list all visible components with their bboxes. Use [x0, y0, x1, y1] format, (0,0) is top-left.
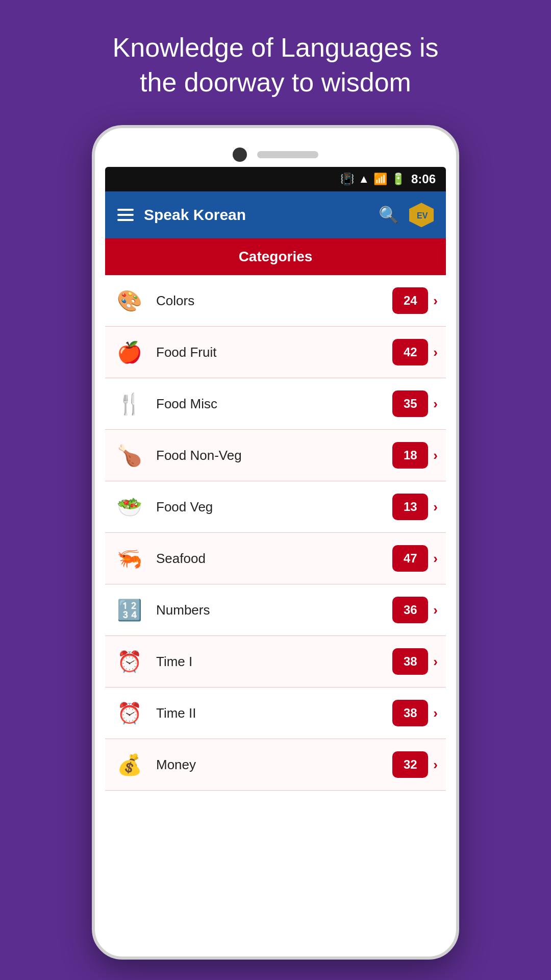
category-count-colors: 24	[392, 287, 428, 314]
category-name-numbers: Numbers	[156, 602, 392, 618]
category-item-food-non-veg[interactable]: 🍗 Food Non-Veg 18 ›	[105, 430, 446, 481]
hamburger-menu-button[interactable]	[117, 209, 134, 221]
category-item-food-fruit[interactable]: 🍎 Food Fruit 42 ›	[105, 327, 446, 378]
category-icon-food-fruit: 🍎	[113, 336, 146, 369]
category-name-seafood: Seafood	[156, 551, 392, 567]
chevron-right-icon-numbers: ›	[433, 602, 438, 618]
category-icon-seafood: 🦐	[113, 542, 146, 575]
search-button[interactable]: 🔍	[379, 205, 399, 225]
category-name-food-veg: Food Veg	[156, 499, 392, 515]
chevron-right-icon-time-i: ›	[433, 654, 438, 670]
svg-text:EV: EV	[417, 211, 428, 220]
chevron-right-icon-colors: ›	[433, 293, 438, 309]
category-icon-time-i: ⏰	[113, 645, 146, 678]
wifi-icon: ▲	[358, 173, 369, 186]
category-count-time-ii: 38	[392, 700, 428, 726]
chevron-right-icon-food-veg: ›	[433, 499, 438, 515]
status-icons: 📳 ▲ 📶 🔋	[340, 173, 405, 186]
toolbar-left: Speak Korean	[117, 206, 246, 224]
app-toolbar: Speak Korean 🔍 EV	[105, 191, 446, 238]
status-bar: 📳 ▲ 📶 🔋 8:06	[105, 167, 446, 191]
category-name-food-fruit: Food Fruit	[156, 345, 392, 360]
camera	[233, 148, 247, 162]
category-name-time-i: Time I	[156, 654, 392, 670]
battery-icon: 🔋	[391, 173, 405, 186]
category-item-seafood[interactable]: 🦐 Seafood 47 ›	[105, 533, 446, 584]
category-icon-food-non-veg: 🍗	[113, 439, 146, 472]
category-count-seafood: 47	[392, 545, 428, 572]
category-count-food-misc: 35	[392, 390, 428, 417]
categories-header-bar: Categories	[105, 238, 446, 275]
categories-list: 🎨 Colors 24 › 🍎 Food Fruit 42 › 🍴 Food M…	[105, 275, 446, 946]
app-title: Speak Korean	[144, 206, 246, 224]
category-item-food-veg[interactable]: 🥗 Food Veg 13 ›	[105, 481, 446, 533]
chevron-right-icon-seafood: ›	[433, 551, 438, 567]
category-name-time-ii: Time II	[156, 705, 392, 721]
category-icon-time-ii: ⏰	[113, 697, 146, 729]
category-item-numbers[interactable]: 🔢 Numbers 36 ›	[105, 584, 446, 636]
chevron-right-icon-time-ii: ›	[433, 705, 438, 721]
category-count-food-fruit: 42	[392, 339, 428, 365]
category-count-food-non-veg: 18	[392, 442, 428, 469]
category-icon-colors: 🎨	[113, 284, 146, 317]
signal-icon: 📶	[373, 173, 387, 186]
status-time: 8:06	[411, 172, 436, 186]
category-name-colors: Colors	[156, 293, 392, 309]
category-item-food-misc[interactable]: 🍴 Food Misc 35 ›	[105, 378, 446, 430]
category-icon-food-misc: 🍴	[113, 387, 146, 420]
category-icon-money: 💰	[113, 748, 146, 781]
header-quote: Knowledge of Languages is the doorway to…	[0, 0, 551, 125]
chevron-right-icon-food-fruit: ›	[433, 345, 438, 360]
phone-container: 📳 ▲ 📶 🔋 8:06 Speak Korean 🔍 EV Categorie…	[92, 125, 459, 960]
category-icon-food-veg: 🥗	[113, 491, 146, 523]
category-count-time-i: 38	[392, 648, 428, 675]
categories-header-text: Categories	[239, 249, 313, 264]
speaker	[257, 151, 318, 158]
category-item-colors[interactable]: 🎨 Colors 24 ›	[105, 275, 446, 327]
vibrate-icon: 📳	[340, 173, 354, 186]
chevron-right-icon-food-non-veg: ›	[433, 448, 438, 463]
category-name-food-misc: Food Misc	[156, 396, 392, 412]
category-item-money[interactable]: 💰 Money 32 ›	[105, 739, 446, 791]
category-count-money: 32	[392, 751, 428, 778]
category-count-numbers: 36	[392, 597, 428, 623]
toolbar-right: 🔍 EV	[379, 203, 434, 227]
category-item-time-i[interactable]: ⏰ Time I 38 ›	[105, 636, 446, 688]
category-name-money: Money	[156, 757, 392, 773]
ev-badge: EV	[409, 203, 434, 227]
category-count-food-veg: 13	[392, 494, 428, 520]
category-item-time-ii[interactable]: ⏰ Time II 38 ›	[105, 688, 446, 739]
chevron-right-icon-money: ›	[433, 757, 438, 773]
chevron-right-icon-food-misc: ›	[433, 396, 438, 412]
phone-top-bar	[105, 138, 446, 167]
category-icon-numbers: 🔢	[113, 594, 146, 626]
category-name-food-non-veg: Food Non-Veg	[156, 448, 392, 463]
